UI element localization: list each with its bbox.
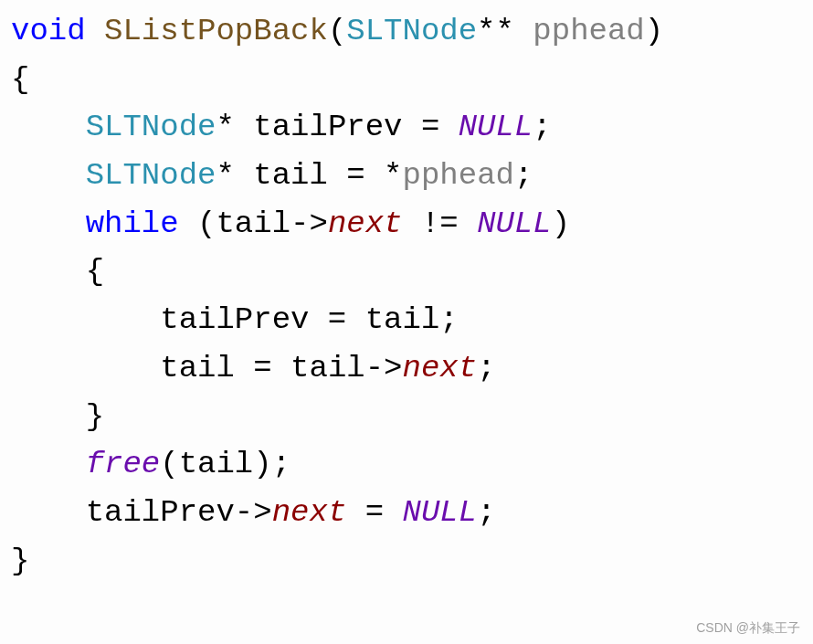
var-tail: tail [179, 447, 254, 481]
null-literal: NULL [403, 495, 478, 530]
member-next: next [403, 351, 478, 385]
brace-open: { [11, 62, 29, 97]
var-tailprev: tailPrev [253, 110, 402, 144]
brace-close: } [86, 399, 104, 434]
null-literal: NULL [459, 110, 533, 144]
var-tail: tail [160, 351, 235, 385]
brace-close: } [11, 544, 29, 578]
keyword-while: while [86, 206, 179, 241]
param-pphead: pphead [533, 14, 644, 48]
var-tail: tail [290, 351, 365, 385]
brace-open: { [86, 254, 104, 289]
function-name: SListPopBack [104, 14, 328, 48]
keyword-void: void [11, 14, 86, 48]
member-next: next [328, 206, 403, 241]
type-sltnode: SLTNode [346, 14, 477, 48]
var-tail: tail [365, 302, 440, 337]
var-tail: tail [253, 158, 328, 193]
param-pphead: pphead [403, 158, 514, 193]
var-tailprev: tailPrev [86, 495, 235, 530]
code-block: void SListPopBack(SLTNode** pphead) { SL… [11, 7, 802, 585]
var-tail: tail [216, 206, 290, 241]
func-free: free [86, 447, 161, 481]
type-sltnode: SLTNode [86, 110, 216, 144]
member-next: next [272, 495, 347, 530]
watermark-text: CSDN @补集王子 [696, 618, 800, 639]
var-tailprev: tailPrev [160, 302, 309, 337]
null-literal: NULL [477, 206, 552, 241]
type-sltnode: SLTNode [86, 158, 216, 193]
